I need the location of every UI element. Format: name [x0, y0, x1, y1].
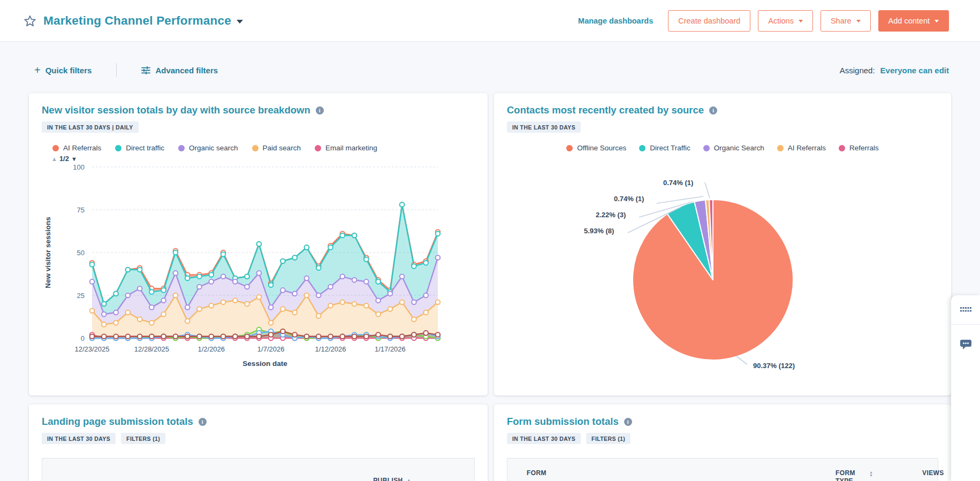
- legend-item-direct-traffic[interactable]: Direct Traffic: [639, 144, 690, 152]
- legend-label: Paid search: [263, 144, 301, 152]
- pie-label-offline-sources: 90.37% (122): [753, 362, 795, 370]
- legend-label: AI Referrals: [63, 144, 101, 152]
- svg-text:12/23/2025: 12/23/2025: [74, 345, 109, 353]
- card-landing-page-submissions: Landing page submission totals i IN THE …: [29, 404, 488, 481]
- info-icon[interactable]: i: [709, 106, 717, 114]
- info-icon[interactable]: i: [199, 418, 207, 426]
- card-title-row: Contacts most recently created by source…: [507, 104, 938, 116]
- svg-text:25: 25: [77, 292, 85, 300]
- svg-text:0: 0: [81, 334, 85, 342]
- contacts-legend: Offline SourcesDirect TrafficOrganic Sea…: [507, 144, 938, 152]
- svg-text:1/7/2026: 1/7/2026: [257, 345, 285, 353]
- filters-chip: FILTERS (1): [121, 433, 165, 444]
- top-bar: Marketing Channel Performance Manage das…: [0, 0, 980, 42]
- card-sessions-by-day: New visitor session totals by day with s…: [29, 93, 488, 395]
- legend-page-up-icon[interactable]: ▲: [51, 156, 57, 162]
- legend-item-ai-referrals[interactable]: AI Referrals: [777, 144, 826, 152]
- sessions-card-title: New visitor session totals by day with s…: [42, 104, 310, 116]
- svg-text:New visitor sessions: New visitor sessions: [44, 217, 52, 288]
- svg-text:75: 75: [77, 206, 85, 214]
- quick-filters-button[interactable]: + Quick filters: [34, 66, 92, 75]
- chevron-down-icon: [935, 20, 939, 22]
- legend-label: Referrals: [849, 144, 879, 152]
- column-header-publish[interactable]: PUBLISH ▲: [373, 477, 411, 481]
- pie-label-direct-traffic: 5.93% (8): [584, 227, 614, 235]
- legend-label: Direct Traffic: [650, 144, 690, 152]
- assigned-control: Assigned: Everyone can edit: [840, 66, 949, 75]
- legend-label: Direct traffic: [126, 144, 164, 152]
- legend-item-offline-sources[interactable]: Offline Sources: [566, 144, 626, 152]
- column-label: VIEWS: [922, 469, 944, 481]
- legend-label: Offline Sources: [577, 144, 626, 152]
- add-content-label: Add content: [888, 17, 930, 25]
- card-title-row: New visitor session totals by day with s…: [42, 104, 475, 116]
- page-title: Marketing Channel Performance: [43, 14, 231, 28]
- column-label: FORM: [527, 469, 546, 481]
- assigned-label: Assigned:: [840, 66, 875, 75]
- right-side-panel: [951, 295, 980, 481]
- legend-item-ai-referrals[interactable]: AI Referrals: [52, 144, 101, 152]
- legend-dot-icon: [315, 145, 321, 151]
- legend-page-down-icon[interactable]: ▼: [71, 156, 77, 162]
- drag-handle-dots-icon[interactable]: [960, 307, 971, 312]
- sessions-chart-svg: 025507510012/23/202512/28/20251/2/20261/…: [42, 163, 470, 379]
- column-header-views[interactable]: VIEWS: [922, 469, 944, 481]
- legend-label: Email marketing: [325, 144, 377, 152]
- svg-text:100: 100: [73, 163, 85, 171]
- advanced-filters-button[interactable]: Advanced filters: [141, 66, 218, 75]
- legend-dot-icon: [52, 145, 59, 151]
- actions-button[interactable]: Actions: [758, 10, 813, 32]
- legend-dot-icon: [703, 145, 710, 151]
- pie-label-organic-search: 2.22% (3): [596, 211, 626, 219]
- contacts-pie-svg: [494, 93, 925, 373]
- legend-item-organic-search[interactable]: Organic Search: [703, 144, 764, 152]
- legend-item-direct-traffic[interactable]: Direct traffic: [115, 144, 164, 152]
- create-dashboard-button[interactable]: Create dashboard: [668, 10, 750, 32]
- date-range-chip: IN THE LAST 30 DAYS: [507, 433, 581, 444]
- legend-item-organic-search[interactable]: Organic search: [178, 144, 238, 152]
- svg-text:1/2/2026: 1/2/2026: [197, 345, 225, 353]
- filter-bar: + Quick filters Advanced filters Assigne…: [34, 63, 949, 77]
- sort-both-icon: ▲▼: [869, 471, 873, 481]
- share-label: Share: [831, 17, 852, 25]
- legend-item-referrals[interactable]: Referrals: [839, 144, 879, 152]
- create-dashboard-label: Create dashboard: [678, 17, 740, 25]
- filter-divider: [116, 63, 117, 77]
- legend-dot-icon: [839, 145, 845, 151]
- favorite-star-icon[interactable]: [24, 14, 36, 27]
- chevron-down-icon: [856, 20, 861, 22]
- card-title-row: Landing page submission totals i: [42, 416, 475, 427]
- filters-chip: FILTERS (1): [586, 433, 630, 444]
- legend-dot-icon: [777, 145, 784, 151]
- sessions-chips: IN THE LAST 30 DAYS | DAILY: [42, 121, 475, 133]
- sessions-chart: 025507510012/23/202512/28/20251/2/20261/…: [42, 163, 475, 379]
- sliders-icon: [141, 66, 150, 74]
- panel-divider: [951, 324, 980, 325]
- date-range-chip: IN THE LAST 30 DAYS | DAILY: [42, 121, 139, 133]
- svg-text:1/12/2026: 1/12/2026: [315, 345, 346, 353]
- legend-dot-icon: [178, 145, 185, 151]
- legend-label: Organic search: [189, 144, 238, 152]
- legend-item-email-marketing[interactable]: Email marketing: [315, 144, 377, 152]
- info-icon[interactable]: i: [624, 418, 632, 426]
- svg-text:1/17/2026: 1/17/2026: [375, 345, 406, 353]
- legend-dot-icon: [566, 145, 573, 151]
- legend-item-paid-search[interactable]: Paid search: [252, 144, 301, 152]
- dashboard-switcher-caret-icon[interactable]: [237, 20, 243, 24]
- assigned-value-link[interactable]: Everyone can edit: [880, 66, 949, 75]
- card-contacts-by-source: Contacts most recently created by source…: [494, 93, 951, 395]
- column-header-form[interactable]: FORM: [527, 469, 835, 481]
- column-label: PUBLISH: [373, 477, 402, 481]
- chat-bubble-icon[interactable]: [960, 339, 972, 350]
- contacts-card-title: Contacts most recently created by source: [507, 104, 704, 116]
- column-header-form-type[interactable]: FORM TYPE ▲▼: [835, 469, 922, 481]
- manage-dashboards-link[interactable]: Manage dashboards: [578, 17, 653, 25]
- advanced-filters-label: Advanced filters: [155, 66, 218, 75]
- card-title-row: Form submission totals i: [507, 416, 938, 427]
- info-icon[interactable]: i: [316, 106, 324, 114]
- contacts-chips: IN THE LAST 30 DAYS: [507, 121, 938, 133]
- card-form-submissions: Form submission totals i IN THE LAST 30 …: [494, 404, 951, 481]
- svg-text:Session date: Session date: [242, 360, 287, 368]
- add-content-button[interactable]: Add content: [878, 10, 949, 32]
- share-button[interactable]: Share: [821, 10, 871, 32]
